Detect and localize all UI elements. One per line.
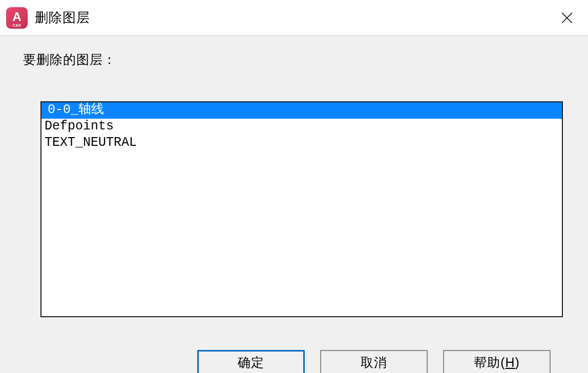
ok-button[interactable]: 确定	[197, 350, 305, 373]
window-title: 删除图层	[35, 9, 90, 27]
close-button[interactable]	[555, 6, 579, 30]
app-icon-letter: A	[12, 11, 21, 23]
help-button-prefix: 帮助(	[474, 354, 505, 371]
list-item[interactable]: 0-0_轴线	[41, 102, 562, 119]
list-item[interactable]: TEXT_NEUTRAL	[41, 135, 562, 151]
dialog-content: 要删除的图层： 0-0_轴线DefpointsTEXT_NEUTRAL 确定 取…	[0, 36, 588, 373]
title-left: A CAD 删除图层	[6, 7, 90, 29]
help-button[interactable]: 帮助(H)	[443, 350, 551, 373]
help-button-suffix: )	[515, 355, 520, 370]
help-button-key: H	[505, 355, 515, 370]
close-icon	[560, 11, 574, 25]
app-icon: A CAD	[6, 7, 28, 29]
app-icon-subtext: CAD	[13, 24, 22, 27]
layer-listbox[interactable]: 0-0_轴线DefpointsTEXT_NEUTRAL	[40, 101, 563, 317]
cancel-button[interactable]: 取消	[320, 350, 428, 373]
prompt-label: 要删除的图层：	[23, 51, 565, 68]
titlebar: A CAD 删除图层	[0, 0, 588, 36]
button-row: 确定 取消 帮助(H)	[23, 350, 565, 373]
list-item[interactable]: Defpoints	[41, 119, 562, 135]
